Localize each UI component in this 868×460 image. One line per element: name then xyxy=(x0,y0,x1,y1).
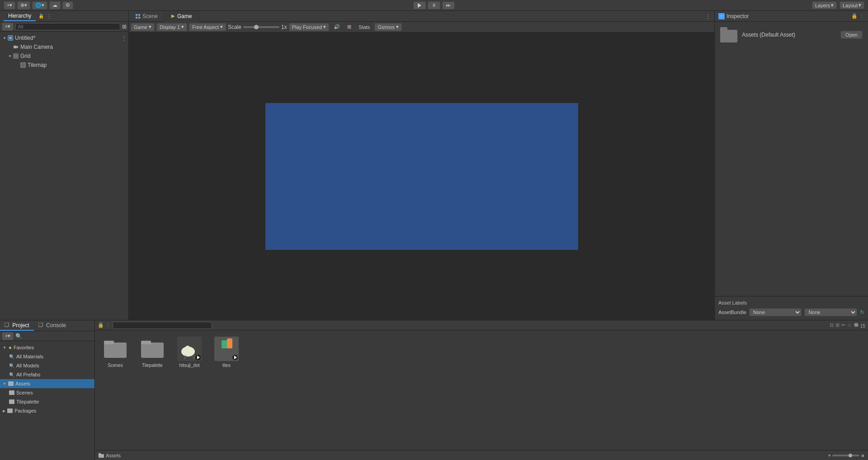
grid-arrow: ▼ xyxy=(7,53,13,59)
play-button[interactable] xyxy=(413,1,426,9)
star-icon: ★ xyxy=(8,345,12,350)
stats-button[interactable]: Stats xyxy=(356,24,373,30)
gizmos-dropdown[interactable]: Gizmos ▾ xyxy=(374,23,401,31)
inspector-panel: i Inspector 🔒 ⋮ Assets (Default Asset) O… xyxy=(714,11,868,320)
hierarchy-add-button[interactable]: +▾ xyxy=(2,23,14,31)
main-area: Hierarchy 🔒 ⋮ +▾ ⊞ ▼ Untitled* ⋮ xyxy=(0,11,868,320)
svg-rect-21 xyxy=(104,343,127,358)
all-models-label: All Models xyxy=(16,363,39,368)
hierarchy-item-maincamera[interactable]: Main Camera xyxy=(0,42,128,52)
hierarchy-label-maincamera: Main Camera xyxy=(20,44,53,50)
project-packages[interactable]: ▶ Packages xyxy=(0,406,94,415)
hitsuji-asset-label: hitsuji_dot xyxy=(179,363,199,368)
center-panel: Scene Game ⋮ Game ▾ Display 1 ▾ Free Asp… xyxy=(129,11,714,320)
asset-item-scenes[interactable]: Scenes xyxy=(99,335,131,370)
svg-rect-4 xyxy=(14,54,15,56)
asset-item-hitsuji[interactable]: hitsuji_dot xyxy=(174,335,205,370)
inspector-icon: i xyxy=(718,13,725,19)
inspector-lock-icon[interactable]: 🔒 xyxy=(851,13,858,19)
asset-bundle-select1[interactable]: None xyxy=(749,308,802,316)
hierarchy-search-input[interactable] xyxy=(15,23,120,30)
console-tab[interactable]: Console xyxy=(34,321,71,331)
tab-more-button[interactable]: ⋮ xyxy=(702,13,714,19)
camera-icon xyxy=(13,44,19,50)
project-toolbar: +▾ 🔍 xyxy=(0,331,94,341)
playback-controls: ⏸ ⏭ xyxy=(413,1,455,9)
asset-bundle-select2[interactable]: None xyxy=(804,308,857,316)
project-all-materials[interactable]: 🔍 All Materials xyxy=(0,352,94,361)
game-display-dropdown[interactable]: Game ▾ xyxy=(131,23,155,31)
project-tilepalette[interactable]: Tilepalette xyxy=(0,397,94,406)
layout-arrow: ▾ xyxy=(859,2,861,8)
scene-tab[interactable]: Scene xyxy=(129,11,165,22)
game-tab[interactable]: Game xyxy=(165,11,199,22)
play-focused-dropdown[interactable]: Play Focused ▾ xyxy=(289,23,330,31)
hierarchy-item-untitled[interactable]: ▼ Untitled* ⋮ xyxy=(0,33,128,42)
tiles-play-icon xyxy=(232,355,238,360)
cloud-button[interactable]: ☁ xyxy=(49,1,61,9)
layers-dropdown[interactable]: Layers ▾ xyxy=(812,1,837,9)
hierarchy-item-tilemap[interactable]: Tilemap xyxy=(0,61,128,70)
add-button[interactable]: +▾ xyxy=(4,1,15,9)
collab-button[interactable]: ⚙ xyxy=(62,1,73,9)
svg-rect-6 xyxy=(14,56,15,58)
aspect-dropdown[interactable]: Free Aspect ▾ xyxy=(189,23,226,31)
hierarchy-more-icon[interactable]: ⋮ xyxy=(47,13,52,19)
svg-rect-13 xyxy=(136,14,137,16)
all-prefabs-label: All Prefabs xyxy=(16,372,40,377)
assets-panel: 🔒 ⋮ ⊟ ⊞ ✏ ☆ 15 xyxy=(95,320,868,460)
asset-item-tilepalette[interactable]: Tilepalette xyxy=(137,335,168,370)
maximize-button[interactable]: ⊞ xyxy=(344,23,354,30)
pivot-button[interactable]: ⊕▾ xyxy=(17,1,30,9)
more-icon2[interactable]: ⋮ xyxy=(106,322,111,328)
svg-rect-22 xyxy=(104,341,114,344)
aspect-label: Free Aspect xyxy=(192,24,219,30)
hierarchy-item-grid[interactable]: ▼ Grid xyxy=(0,52,128,61)
folder-large-icon xyxy=(103,338,127,360)
star-icon2[interactable]: ☆ xyxy=(847,322,852,328)
bottom-area: Project Console +▾ 🔍 ▼ ★ Favorites 🔍 All xyxy=(0,320,868,460)
console-tab-icon xyxy=(38,323,43,327)
lock-icon: 🔒 xyxy=(38,14,44,19)
svg-rect-24 xyxy=(141,341,151,344)
global-button[interactable]: 🌐▾ xyxy=(32,1,47,9)
folder-large2-icon xyxy=(140,338,165,360)
hierarchy-panel: Hierarchy 🔒 ⋮ +▾ ⊞ ▼ Untitled* ⋮ xyxy=(0,11,129,320)
favorites-label: Favorites xyxy=(14,345,34,350)
asset-default-row: Assets (Default Asset) Open xyxy=(718,25,864,44)
svg-rect-16 xyxy=(138,17,140,19)
project-scenes[interactable]: Scenes xyxy=(0,388,94,397)
layout-dropdown[interactable]: Layout ▾ xyxy=(840,1,864,9)
scale-slider[interactable] xyxy=(243,26,279,28)
mute-button[interactable]: 🔊 xyxy=(331,23,343,30)
size-slider[interactable] xyxy=(832,455,859,456)
open-button[interactable]: Open xyxy=(840,31,863,39)
hierarchy-tab[interactable]: Hierarchy xyxy=(4,11,36,21)
sort-icon[interactable]: ⊞ xyxy=(835,322,840,328)
gizmos-label: Gizmos xyxy=(377,24,394,30)
edit-icon[interactable]: ✏ xyxy=(841,322,845,328)
project-all-models[interactable]: 🔍 All Models xyxy=(0,361,94,370)
svg-rect-8 xyxy=(21,63,25,67)
assets-content: Scenes Tilepalette xyxy=(95,330,868,450)
pause-button[interactable]: ⏸ xyxy=(428,1,440,9)
arrow-icon: ▼ xyxy=(2,35,7,41)
project-favorites[interactable]: ▼ ★ Favorites xyxy=(0,343,94,352)
display1-dropdown[interactable]: Display 1 ▾ xyxy=(156,23,187,31)
asset-item-tiles[interactable]: tiles xyxy=(211,335,242,370)
step-button[interactable]: ⏭ xyxy=(442,1,455,9)
project-assets[interactable]: ▼ Assets xyxy=(0,379,94,388)
project-all-prefabs[interactable]: 🔍 All Prefabs xyxy=(0,370,94,379)
assets-label: Assets xyxy=(15,381,30,386)
inspector-more-icon[interactable]: ⋮ xyxy=(859,13,864,19)
project-tab[interactable]: Project xyxy=(0,321,34,331)
hierarchy-header: Hierarchy 🔒 ⋮ xyxy=(0,11,128,22)
project-add-button[interactable]: +▾ xyxy=(2,332,14,340)
refresh-icon[interactable]: ↻ xyxy=(860,309,864,315)
filter-icon[interactable]: ⊟ xyxy=(830,322,834,328)
untitled-more[interactable]: ⋮ xyxy=(121,35,127,41)
size-thumb xyxy=(849,454,852,457)
scale-value: 1x xyxy=(281,24,287,30)
assets-search-input[interactable] xyxy=(113,322,212,329)
layers-arrow: ▾ xyxy=(831,2,834,8)
